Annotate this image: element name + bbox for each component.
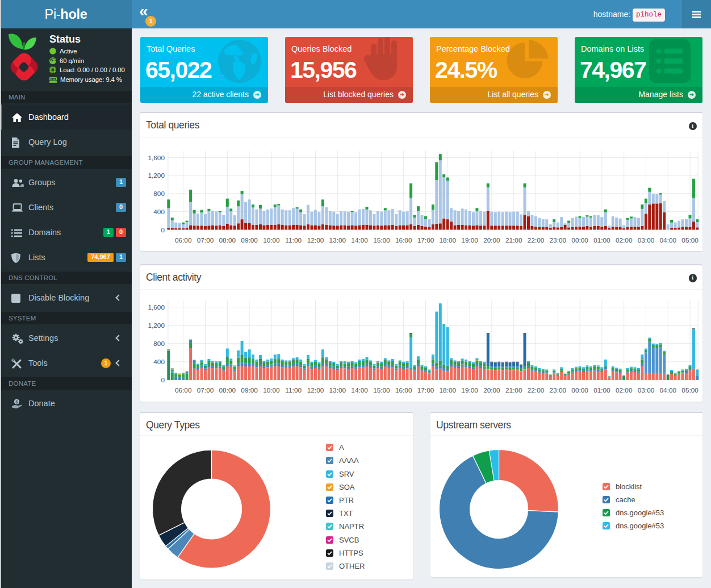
svg-text:15:00: 15:00	[373, 236, 390, 244]
svg-text:$: $	[15, 399, 18, 404]
svg-text:18:00: 18:00	[440, 236, 457, 244]
svg-text:0: 0	[161, 226, 165, 234]
svg-text:00:00: 00:00	[571, 386, 588, 394]
svg-text:16:00: 16:00	[395, 386, 412, 394]
svg-text:05:00: 05:00	[681, 236, 699, 244]
svg-text:10:00: 10:00	[263, 386, 280, 394]
svg-text:800: 800	[153, 339, 165, 347]
svg-text:21:00: 21:00	[505, 386, 522, 394]
svg-text:15:00: 15:00	[373, 386, 390, 394]
svg-text:03:00: 03:00	[638, 386, 655, 394]
svg-text:14:00: 14:00	[351, 386, 368, 394]
svg-text:13:00: 13:00	[329, 386, 346, 394]
svg-text:21:00: 21:00	[505, 236, 522, 244]
svg-text:01:00: 01:00	[593, 236, 610, 244]
svg-text:01:00: 01:00	[593, 386, 610, 394]
svg-text:00:00: 00:00	[571, 236, 588, 244]
svg-text:0: 0	[161, 376, 165, 384]
svg-text:13:00: 13:00	[329, 236, 346, 244]
svg-text:800: 800	[153, 190, 165, 198]
svg-text:20:00: 20:00	[483, 386, 500, 394]
svg-text:22:00: 22:00	[528, 386, 545, 394]
svg-text:06:00: 06:00	[175, 236, 192, 244]
svg-text:07:00: 07:00	[197, 236, 214, 244]
svg-text:02:00: 02:00	[616, 236, 633, 244]
svg-text:18:00: 18:00	[440, 386, 457, 394]
svg-text:23:00: 23:00	[550, 386, 567, 394]
svg-text:22:00: 22:00	[528, 236, 545, 244]
svg-text:02:00: 02:00	[616, 386, 633, 394]
svg-text:19:00: 19:00	[461, 236, 478, 244]
svg-text:11:00: 11:00	[285, 386, 302, 394]
svg-text:17:00: 17:00	[417, 386, 434, 394]
svg-text:06:00: 06:00	[175, 386, 192, 394]
svg-text:09:00: 09:00	[241, 386, 258, 394]
svg-text:14:00: 14:00	[351, 236, 368, 244]
svg-text:12:00: 12:00	[307, 236, 324, 244]
svg-text:05:00: 05:00	[681, 386, 699, 394]
svg-text:23:00: 23:00	[550, 236, 567, 244]
svg-text:19:00: 19:00	[461, 386, 478, 394]
svg-text:09:00: 09:00	[241, 236, 258, 244]
svg-text:1,600: 1,600	[148, 303, 165, 311]
svg-text:03:00: 03:00	[638, 236, 655, 244]
svg-text:1,200: 1,200	[148, 172, 165, 180]
svg-text:17:00: 17:00	[417, 236, 434, 244]
svg-text:10:00: 10:00	[263, 236, 280, 244]
svg-text:04:00: 04:00	[660, 386, 677, 394]
svg-text:12:00: 12:00	[307, 386, 324, 394]
svg-text:07:00: 07:00	[197, 386, 214, 394]
svg-text:16:00: 16:00	[395, 236, 412, 244]
svg-text:1,200: 1,200	[148, 321, 165, 329]
svg-text:1,600: 1,600	[148, 154, 165, 162]
svg-text:11:00: 11:00	[285, 236, 302, 244]
svg-text:20:00: 20:00	[483, 236, 500, 244]
svg-text:400: 400	[153, 358, 165, 366]
svg-text:08:00: 08:00	[219, 236, 236, 244]
svg-text:08:00: 08:00	[219, 386, 236, 394]
svg-text:400: 400	[153, 208, 165, 216]
svg-text:04:00: 04:00	[660, 236, 677, 244]
